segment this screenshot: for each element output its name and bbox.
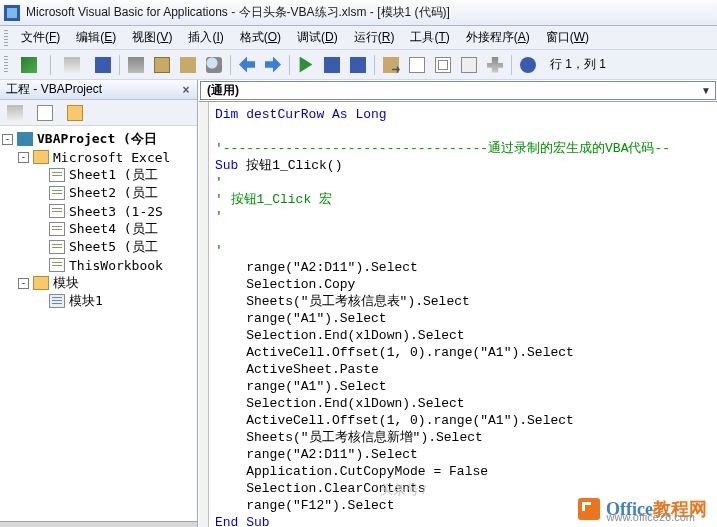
view-object-button[interactable] bbox=[34, 103, 56, 123]
separator bbox=[230, 55, 231, 75]
project-explorer-pane: 工程 - VBAProject × -VBAProject (今日-Micros… bbox=[0, 80, 198, 527]
proj-icon bbox=[17, 132, 33, 146]
tree-label: VBAProject (今日 bbox=[37, 130, 157, 148]
tree-node[interactable]: -模块 bbox=[2, 274, 195, 292]
tree-toggle[interactable]: - bbox=[18, 152, 29, 163]
view-code-button[interactable] bbox=[4, 103, 26, 123]
project-explorer-toolbar bbox=[0, 100, 197, 126]
pane-splitter[interactable] bbox=[0, 521, 197, 527]
tree-label: Microsoft Excel bbox=[53, 150, 170, 165]
main-split: 工程 - VBAProject × -VBAProject (今日-Micros… bbox=[0, 80, 717, 527]
project-explorer-button[interactable] bbox=[405, 54, 429, 76]
tree-toggle[interactable]: - bbox=[2, 134, 13, 145]
menu-debug[interactable]: 调试(D) bbox=[290, 26, 345, 49]
tree-label: Sheet5 (员工 bbox=[69, 238, 158, 256]
toolbox-icon bbox=[487, 57, 503, 73]
tree-node[interactable]: Sheet1 (员工 bbox=[2, 166, 195, 184]
separator bbox=[374, 55, 375, 75]
object-browser-button[interactable] bbox=[457, 54, 481, 76]
view-excel-button[interactable] bbox=[12, 54, 46, 76]
sheet-icon bbox=[49, 240, 65, 254]
undo-icon bbox=[239, 57, 255, 73]
object-dropdown-value: (通用) bbox=[207, 82, 239, 99]
menu-bar: 文件(F) 编辑(E) 视图(V) 插入(I) 格式(O) 调试(D) 运行(R… bbox=[0, 26, 717, 50]
run-button[interactable] bbox=[294, 54, 318, 76]
menu-window[interactable]: 窗口(W) bbox=[539, 26, 596, 49]
copy-button[interactable] bbox=[150, 54, 174, 76]
design-icon bbox=[383, 57, 399, 73]
window-title: Microsoft Visual Basic for Applications … bbox=[26, 4, 450, 21]
tree-node[interactable]: Sheet5 (员工 bbox=[2, 238, 195, 256]
menu-view[interactable]: 视图(V) bbox=[125, 26, 179, 49]
tree-toggle[interactable]: - bbox=[18, 278, 29, 289]
separator bbox=[50, 55, 51, 75]
menu-edit[interactable]: 编辑(E) bbox=[69, 26, 123, 49]
tree-node[interactable]: -VBAProject (今日 bbox=[2, 130, 195, 148]
tree-node[interactable]: Sheet4 (员工 bbox=[2, 220, 195, 238]
cursor-position: 行 1，列 1 bbox=[550, 56, 606, 73]
toolbar-grip[interactable] bbox=[4, 56, 8, 74]
find-button[interactable] bbox=[202, 54, 226, 76]
project-explorer-title-bar[interactable]: 工程 - VBAProject × bbox=[0, 80, 197, 100]
close-pane-button[interactable]: × bbox=[179, 83, 193, 97]
code-dropdown-row: (通用) ▼ bbox=[199, 80, 717, 102]
folder-icon bbox=[33, 276, 49, 290]
view-code-icon bbox=[7, 105, 23, 121]
menu-grip[interactable] bbox=[4, 30, 8, 46]
insert-button[interactable] bbox=[55, 54, 89, 76]
project-explorer-title: 工程 - VBAProject bbox=[6, 81, 102, 98]
design-mode-button[interactable] bbox=[379, 54, 403, 76]
title-bar: Microsoft Visual Basic for Applications … bbox=[0, 0, 717, 26]
menu-format[interactable]: 格式(O) bbox=[233, 26, 288, 49]
copy-icon bbox=[154, 57, 170, 73]
tree-label: Sheet2 (员工 bbox=[69, 184, 158, 202]
separator bbox=[511, 55, 512, 75]
paste-button[interactable] bbox=[176, 54, 200, 76]
tree-node[interactable]: Sheet2 (员工 bbox=[2, 184, 195, 202]
menu-insert[interactable]: 插入(I) bbox=[181, 26, 230, 49]
help-button[interactable] bbox=[516, 54, 540, 76]
object-dropdown[interactable]: (通用) ▼ bbox=[200, 81, 716, 100]
help-icon bbox=[520, 57, 536, 73]
standard-toolbar: 行 1，列 1 bbox=[0, 50, 717, 80]
project-tree[interactable]: -VBAProject (今日-Microsoft ExcelSheet1 (员… bbox=[0, 126, 197, 521]
stop-icon bbox=[350, 57, 366, 73]
menu-file[interactable]: 文件(F) bbox=[14, 26, 67, 49]
properties-icon bbox=[435, 57, 451, 73]
tree-label: Sheet4 (员工 bbox=[69, 220, 158, 238]
separator bbox=[119, 55, 120, 75]
code-pane: (通用) ▼ Dim destCurRow As Long '---------… bbox=[198, 80, 717, 527]
tree-label: ThisWorkbook bbox=[69, 258, 163, 273]
menu-addins[interactable]: 外接程序(A) bbox=[459, 26, 537, 49]
object-browser-icon bbox=[461, 57, 477, 73]
module-icon bbox=[49, 294, 65, 308]
cut-button[interactable] bbox=[124, 54, 148, 76]
project-explorer-icon bbox=[409, 57, 425, 73]
reset-button[interactable] bbox=[346, 54, 370, 76]
properties-button[interactable] bbox=[431, 54, 455, 76]
paste-icon bbox=[180, 57, 196, 73]
folder-icon bbox=[67, 105, 83, 121]
sheet-icon bbox=[49, 204, 65, 218]
cut-icon bbox=[128, 57, 144, 73]
tree-label: Sheet3 (1-2S bbox=[69, 204, 163, 219]
watermark-toutiao: 头条号 / bbox=[380, 481, 426, 499]
folder-icon bbox=[33, 150, 49, 164]
undo-button[interactable] bbox=[235, 54, 259, 76]
redo-button[interactable] bbox=[261, 54, 285, 76]
toggle-folders-button[interactable] bbox=[64, 103, 86, 123]
tree-node[interactable]: Sheet3 (1-2S bbox=[2, 202, 195, 220]
code-editor[interactable]: Dim destCurRow As Long '----------------… bbox=[199, 102, 717, 527]
menu-run[interactable]: 运行(R) bbox=[347, 26, 402, 49]
save-button[interactable] bbox=[91, 54, 115, 76]
toolbox-button[interactable] bbox=[483, 54, 507, 76]
excel-icon bbox=[21, 57, 37, 73]
menu-tools[interactable]: 工具(T) bbox=[403, 26, 456, 49]
tree-node[interactable]: -Microsoft Excel bbox=[2, 148, 195, 166]
code-margin bbox=[199, 102, 209, 527]
tree-node[interactable]: 模块1 bbox=[2, 292, 195, 310]
tree-label: Sheet1 (员工 bbox=[69, 166, 158, 184]
tree-node[interactable]: ThisWorkbook bbox=[2, 256, 195, 274]
form-icon bbox=[64, 57, 80, 73]
break-button[interactable] bbox=[320, 54, 344, 76]
